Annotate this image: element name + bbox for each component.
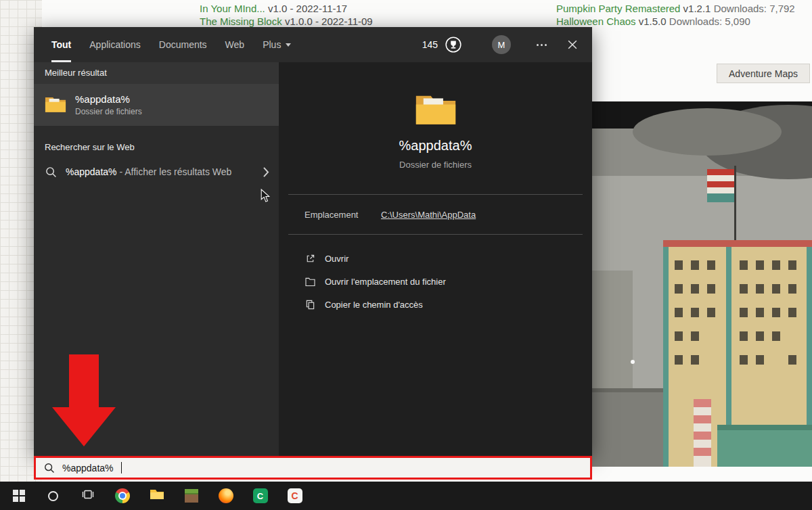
action-label: Copier le chemin d'accès: [325, 300, 423, 310]
map-link-row: In Your MInd... v1.0 - 2022-11-17: [200, 2, 373, 15]
mouse-cursor: [261, 189, 271, 206]
map-link[interactable]: Halloween Chaos: [556, 16, 636, 27]
taskbar-firefox-button[interactable]: [208, 482, 243, 510]
action-label: Ouvrir l'emplacement du fichier: [325, 277, 446, 287]
map-list-right: Pumpkin Party Remastered v1.2.1 Download…: [556, 2, 795, 28]
tab-label: Applications: [89, 39, 141, 50]
taskbar-red-c-app-button[interactable]: C: [277, 482, 312, 510]
adventure-maps-button[interactable]: Adventure Maps: [717, 64, 810, 83]
cortana-search-button[interactable]: [36, 482, 70, 510]
map-meta: v1.0 - 2022-11-17: [268, 3, 347, 14]
preview-subtitle: Dossier de fichiers: [279, 160, 592, 170]
location-label: Emplacement: [304, 210, 381, 220]
web-search-suffix: - Afficher les résultats Web: [117, 166, 232, 177]
close-icon[interactable]: [568, 40, 577, 49]
best-result-subtitle: Dossier de fichiers: [75, 107, 142, 116]
map-version: v1.5.0: [639, 16, 667, 27]
text-caret: [121, 462, 122, 473]
folder-icon: [45, 95, 66, 116]
action-label: Ouvrir: [325, 254, 348, 264]
windows-search-panel: Tout Applications Documents Web Plus 145…: [34, 27, 592, 456]
map-downloads: Downloads: 5,090: [669, 16, 750, 27]
more-options-icon[interactable]: [535, 44, 547, 46]
tab-documents[interactable]: Documents: [159, 27, 207, 62]
action-open-file-location[interactable]: Ouvrir l'emplacement du fichier: [279, 270, 592, 293]
search-icon: [45, 166, 57, 178]
header-controls: 145 M: [422, 27, 577, 62]
open-icon: [304, 254, 315, 264]
task-view-icon: [82, 489, 94, 503]
map-link-row: Halloween Chaos v1.5.0 Downloads: 5,090: [556, 15, 795, 28]
location-link[interactable]: C:\Users\Mathi\AppData: [381, 210, 476, 220]
map-link-row: Pumpkin Party Remastered v1.2.1 Download…: [556, 2, 795, 15]
tab-web[interactable]: Web: [225, 27, 245, 62]
arrow-shaft: [69, 354, 99, 409]
preview-column: %appdata% Dossier de fichiers Emplacemen…: [279, 62, 592, 456]
map-meta: v1.0.0 - 2022-11-09: [285, 16, 373, 27]
web-search-header: Rechercher sur le Web: [34, 138, 279, 157]
map-list-left: In Your MInd... v1.0 - 2022-11-17 The Mi…: [200, 2, 373, 28]
search-icon: [44, 463, 55, 473]
web-search-item[interactable]: %appdata% - Afficher les résultats Web: [34, 157, 279, 187]
red-c-app-icon: C: [288, 488, 302, 503]
file-explorer-icon: [150, 488, 164, 503]
search-filter-tabs: Tout Applications Documents Web Plus: [51, 27, 291, 62]
map-link[interactable]: Pumpkin Party Remastered: [556, 3, 680, 14]
best-result-text: %appdata% Dossier de fichiers: [75, 93, 142, 116]
taskbar-chrome-button[interactable]: [105, 482, 139, 510]
taskbar-search-box[interactable]: %appdata%: [34, 456, 592, 480]
tab-label: Plus: [263, 39, 281, 50]
green-c-app-icon: C: [253, 488, 268, 503]
taskbar-minecraft-button[interactable]: [174, 482, 208, 510]
location-row: Emplacement C:\Users\Mathi\AppData: [279, 195, 592, 234]
folder-location-icon: [304, 277, 315, 286]
tab-label: Documents: [159, 39, 207, 50]
map-link[interactable]: The Missing Block: [200, 16, 282, 27]
tab-applications[interactable]: Applications: [89, 27, 141, 62]
best-result-title: %appdata%: [75, 93, 142, 105]
preview-title: %appdata%: [279, 138, 592, 154]
web-search-query: %appdata%: [66, 166, 117, 177]
tab-label: Tout: [51, 39, 71, 50]
web-search-text: %appdata% - Afficher les résultats Web: [66, 166, 231, 177]
rewards-points: 145: [422, 39, 438, 50]
map-link[interactable]: In Your MInd...: [200, 3, 265, 14]
taskbar: C C: [0, 482, 812, 510]
start-button[interactable]: [1, 482, 36, 510]
map-downloads: Downloads: 7,792: [714, 3, 795, 14]
chevron-down-icon: [286, 43, 291, 47]
action-copy-path[interactable]: Copier le chemin d'accès: [279, 293, 592, 316]
best-result-item[interactable]: %appdata% Dossier de fichiers: [34, 84, 279, 126]
taskbar-file-explorer-button[interactable]: [139, 482, 174, 510]
tab-tout[interactable]: Tout: [51, 27, 71, 62]
chrome-icon: [115, 488, 130, 503]
map-version: v1.2.1: [683, 3, 711, 14]
minecraft-scene: [592, 101, 812, 467]
tab-label: Web: [225, 39, 245, 50]
action-open[interactable]: Ouvrir: [279, 247, 592, 270]
minecraft-icon: [185, 489, 198, 503]
best-result-header: Meilleur résultat: [34, 62, 279, 84]
arrow-head: [52, 407, 116, 446]
firefox-icon: [219, 488, 233, 503]
windows-logo-icon: [13, 490, 25, 502]
chevron-right-icon[interactable]: [263, 166, 269, 178]
rewards-trophy-icon[interactable]: [445, 36, 462, 53]
search-panel-body: Meilleur résultat %appdata% Dossier de f…: [34, 62, 592, 456]
divider: [288, 234, 583, 235]
search-tabs-bar: Tout Applications Documents Web Plus 145…: [34, 27, 592, 62]
screen: In Your MInd... v1.0 - 2022-11-17 The Mi…: [0, 0, 812, 510]
taskbar-green-c-app-button[interactable]: C: [243, 482, 277, 510]
map-link-row: The Missing Block v1.0.0 - 2022-11-09: [200, 15, 373, 28]
account-avatar[interactable]: M: [492, 35, 511, 54]
action-list: Ouvrir Ouvrir l'emplacement du fichier C…: [279, 247, 592, 316]
search-circle-icon: [48, 491, 58, 501]
search-input-value: %appdata%: [62, 463, 114, 473]
copy-icon: [304, 300, 315, 310]
tab-plus[interactable]: Plus: [263, 27, 291, 62]
task-view-button[interactable]: [70, 482, 105, 510]
minecraft-screenshot: [592, 101, 812, 467]
folder-icon-large: [279, 91, 592, 126]
